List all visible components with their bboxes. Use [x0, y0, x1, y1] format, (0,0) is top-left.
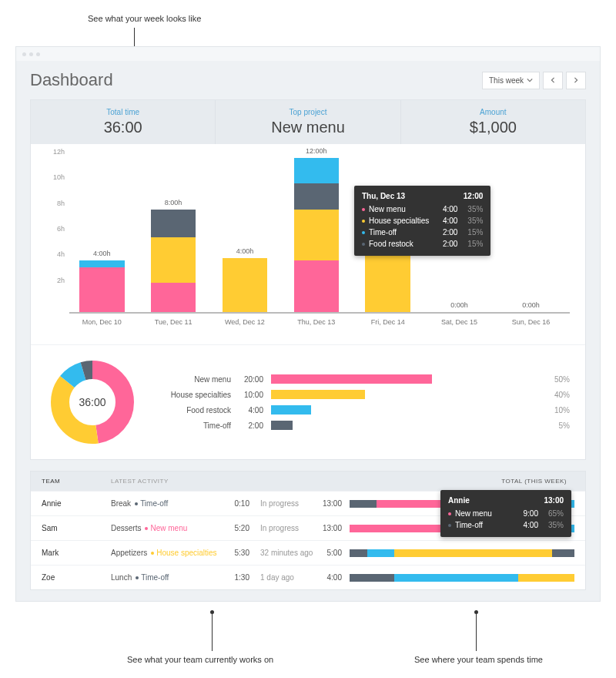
project-breakdown: New menu20:0050%House specialties10:0040…: [154, 356, 570, 448]
donut-chart[interactable]: 36:00: [46, 356, 139, 448]
period-controls: This week: [482, 72, 586, 89]
caret-down-icon: [527, 77, 533, 83]
tooltip-name: Annie: [448, 496, 470, 505]
col-team: Team: [42, 478, 111, 485]
stat-label: Total time: [38, 108, 207, 116]
team-row[interactable]: ZoeLunchTime-off 1:301 day ago4:00: [31, 565, 585, 589]
team-table: Team Latest Activity Total (This Week) A…: [30, 471, 586, 590]
period-label: This week: [489, 76, 524, 85]
stat-label: Amount: [409, 108, 578, 116]
chevron-right-icon: [573, 77, 579, 83]
annotation-text: See where your team spends time: [414, 655, 543, 664]
annotation-bottom-right: See where your team spends time: [414, 655, 543, 664]
weekly-bar-chart[interactable]: 2h4h6h8h10h12h 4:00hMon, Dec 108:00hTue,…: [31, 144, 585, 344]
project-row[interactable]: Food restock4:0010%: [154, 405, 570, 415]
team-row[interactable]: MarkAppetizersHouse specialties 5:3032 m…: [31, 540, 585, 565]
app-window: Dashboard This week Total time 36:00 Top…: [15, 46, 601, 602]
team-header: Team Latest Activity Total (This Week): [31, 472, 585, 491]
project-row[interactable]: House specialties10:0040%: [154, 390, 570, 399]
page-header: Dashboard This week: [16, 61, 600, 99]
stat-total-time: Total time 36:00: [31, 100, 216, 144]
tooltip-total: 12:00: [464, 192, 484, 200]
annotation-text: See what your week looks like: [88, 14, 201, 23]
stat-value: $1,000: [409, 119, 578, 136]
bar-tooltip: Thu, Dec 13 12:00 New menu4:0035%House s…: [354, 186, 490, 256]
period-dropdown[interactable]: This week: [482, 72, 540, 89]
chevron-left-icon: [550, 77, 556, 83]
annotation-bottom-left: See what your team currently works on: [127, 655, 273, 664]
project-row[interactable]: New menu20:0050%: [154, 374, 570, 384]
team-tooltip: Annie 13:00 New menu9:0065%Time-off4:003…: [440, 490, 571, 537]
donut-section: 36:00 New menu20:0050%House specialties1…: [31, 344, 585, 459]
tooltip-total: 13:00: [544, 496, 564, 505]
project-row[interactable]: Time-off2:005%: [154, 421, 570, 430]
stats-row: Total time 36:00 Top project New menu Am…: [31, 100, 585, 144]
stat-value: 36:00: [38, 119, 207, 136]
donut-center-label: 36:00: [79, 396, 105, 408]
stat-value: New menu: [223, 119, 392, 136]
summary-panel: Total time 36:00 Top project New menu Am…: [30, 99, 586, 460]
stat-label: Top project: [223, 108, 392, 116]
prev-period-button[interactable]: [543, 72, 563, 89]
stat-amount: Amount $1,000: [401, 100, 585, 144]
window-titlebar: [16, 47, 600, 61]
col-activity: Latest Activity: [111, 478, 319, 485]
y-axis: 2h4h6h8h10h12h: [43, 159, 65, 314]
page-title: Dashboard: [30, 70, 113, 90]
tooltip-date: Thu, Dec 13: [362, 192, 405, 200]
annotation-text: See what your team currently works on: [127, 655, 273, 664]
stat-top-project: Top project New menu: [216, 100, 400, 144]
annotation-top: See what your week looks like: [88, 14, 201, 23]
col-total: Total (This Week): [319, 478, 574, 485]
next-period-button[interactable]: [566, 72, 586, 89]
chart-plot: 4:00hMon, Dec 108:00hTue, Dec 114:00hWed…: [69, 159, 570, 314]
